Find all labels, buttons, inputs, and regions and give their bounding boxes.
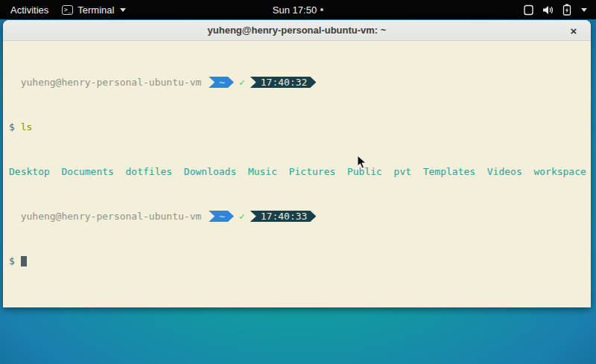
- terminal-window: yuheng@henry-personal-ubuntu-vm: ~ × yuh…: [3, 20, 591, 307]
- terminal-content[interactable]: yuheng@henry-personal-ubuntu-vm ~ ✓ 17:4…: [3, 41, 591, 307]
- directory-list: Desktop Documents dotfiles Downloads Mus…: [9, 166, 586, 177]
- notification-dot-icon: [320, 8, 323, 11]
- prompt-time-segment: 17:40:33: [250, 211, 317, 222]
- topbar-left: Activities >_ Terminal: [0, 3, 126, 17]
- volume-icon: [542, 4, 554, 16]
- check-icon: ✓: [234, 211, 249, 222]
- command-text: ls: [21, 121, 33, 132]
- screen-icon: [523, 4, 534, 16]
- window-title: yuheng@henry-personal-ubuntu-vm: ~: [208, 25, 387, 36]
- chevron-down-icon: [581, 8, 587, 12]
- battery-charging-icon: [562, 4, 571, 16]
- activities-button[interactable]: Activities: [7, 3, 51, 17]
- prompt-symbol: $: [9, 121, 21, 132]
- prompt-symbol: $: [9, 255, 21, 266]
- chevron-down-icon: [120, 8, 126, 12]
- ls-output-line: Desktop Documents dotfiles Downloads Mus…: [9, 166, 586, 177]
- check-icon: ✓: [234, 77, 249, 88]
- system-status-area[interactable]: [523, 4, 596, 16]
- prompt-time-segment: 17:40:32: [250, 77, 317, 88]
- prompt-line: yuheng@henry-personal-ubuntu-vm ~ ✓ 17:4…: [9, 211, 586, 222]
- app-menu-label: Terminal: [77, 4, 114, 16]
- window-titlebar[interactable]: yuheng@henry-personal-ubuntu-vm: ~ ×: [3, 20, 591, 41]
- command-line: $: [9, 255, 586, 266]
- command-line: $ ls: [9, 121, 586, 132]
- text-cursor: [21, 256, 27, 266]
- prompt-directory-segment: ~: [209, 211, 234, 222]
- clock-button[interactable]: Sun 17:50: [273, 4, 317, 16]
- terminal-icon: >_: [62, 5, 73, 15]
- prompt-host: yuheng@henry-personal-ubuntu-vm: [9, 77, 207, 88]
- prompt-line: yuheng@henry-personal-ubuntu-vm ~ ✓ 17:4…: [9, 77, 586, 88]
- prompt-host: yuheng@henry-personal-ubuntu-vm: [9, 211, 207, 222]
- app-menu-terminal[interactable]: >_ Terminal: [62, 4, 126, 16]
- close-button[interactable]: ×: [565, 22, 582, 39]
- top-bar: Activities >_ Terminal Sun 17:50: [0, 0, 596, 19]
- prompt-directory-segment: ~: [209, 77, 234, 88]
